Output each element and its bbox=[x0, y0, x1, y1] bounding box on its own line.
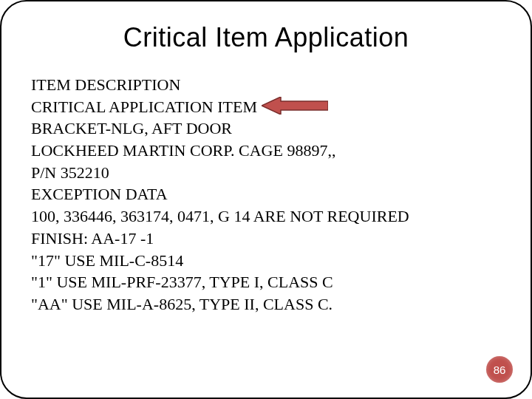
body-line: "17" USE MIL-C-8514 bbox=[31, 250, 501, 272]
body-line: ITEM DESCRIPTION bbox=[31, 74, 501, 96]
slide-frame: Critical Item Application ITEM DESCRIPTI… bbox=[0, 0, 532, 399]
body-line: EXCEPTION DATA bbox=[31, 183, 501, 205]
slide-title: Critical Item Application bbox=[31, 22, 501, 53]
slide-body: ITEM DESCRIPTION CRITICAL APPLICATION IT… bbox=[31, 74, 501, 316]
body-line: LOCKHEED MARTIN CORP. CAGE 98897,, bbox=[31, 140, 501, 162]
body-line: 100, 336446, 363174, 0471, G 14 ARE NOT … bbox=[31, 205, 501, 228]
body-line: FINISH: AA-17 -1 bbox=[31, 228, 501, 250]
body-line: CRITICAL APPLICATION ITEM bbox=[31, 96, 501, 118]
body-line: "AA" USE MIL-A-8625, TYPE II, CLASS C. bbox=[31, 293, 501, 316]
body-line: "1" USE MIL-PRF-23377, TYPE I, CLASS C bbox=[31, 271, 501, 293]
body-line: BRACKET-NLG, AFT DOOR bbox=[31, 117, 501, 140]
page-number: 86 bbox=[494, 364, 506, 376]
body-line: P/N 352210 bbox=[31, 162, 501, 184]
page-number-badge: 86 bbox=[486, 356, 513, 383]
